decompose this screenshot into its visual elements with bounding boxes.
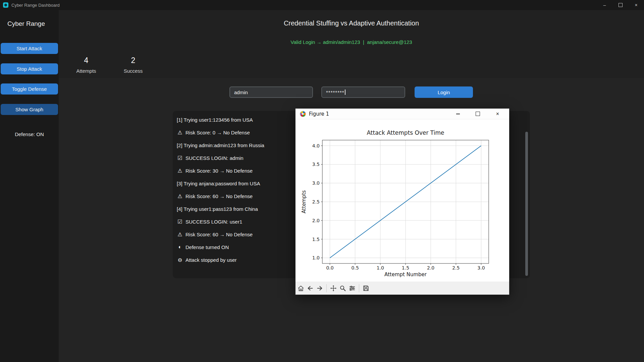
- figure-title: Figure 1: [309, 111, 329, 117]
- show-graph-button[interactable]: Show Graph: [1, 104, 58, 115]
- log-entry-text: Risk Score: 0 → No Defense: [185, 130, 250, 135]
- svg-text:0.5: 0.5: [352, 265, 359, 270]
- window-maximize-button[interactable]: [612, 0, 628, 10]
- username-value: admin: [234, 89, 248, 95]
- log-entry-text: Defense turned ON: [185, 244, 229, 250]
- log-entry-text: [3] Trying anjana:password from USA: [177, 181, 260, 186]
- svg-text:1.0: 1.0: [377, 265, 384, 270]
- sidebar: Cyber Range Start AttackStop AttackToggl…: [0, 10, 59, 362]
- toolbar-configure-button[interactable]: [348, 284, 357, 293]
- svg-text:2.5: 2.5: [312, 199, 320, 204]
- toolbar-pan-button[interactable]: [329, 284, 338, 293]
- username-input[interactable]: admin: [229, 86, 313, 98]
- minimize-icon: –: [603, 2, 606, 8]
- figure-window-controls: ×: [448, 109, 507, 119]
- stat-attempts: 4Attempts: [66, 56, 106, 74]
- page-title: Credential Stuffing vs Adaptive Authenti…: [59, 19, 644, 27]
- figure-minimize-button[interactable]: [448, 109, 468, 119]
- window-close-button[interactable]: ×: [628, 0, 644, 10]
- log-entry-text: Attack stopped by user: [185, 257, 237, 263]
- attack-attempts-chart: 0.00.51.01.52.02.53.01.01.52.02.53.03.54…: [296, 119, 509, 282]
- warning-icon: ⚠: [177, 193, 183, 199]
- text-caret: [345, 89, 345, 95]
- toolbar-forward-button[interactable]: [315, 284, 324, 293]
- figure-canvas: 0.00.51.01.52.02.53.01.01.52.02.53.03.54…: [296, 119, 509, 282]
- pan-icon: [330, 285, 337, 292]
- success-check-icon: ☑: [177, 219, 183, 225]
- figure-maximize-icon: [476, 112, 480, 116]
- success-check-icon: ☑: [177, 155, 183, 161]
- stop-icon: ⊖: [177, 257, 183, 263]
- svg-text:0.0: 0.0: [326, 265, 333, 270]
- app-icon: [3, 2, 8, 8]
- matplotlib-icon: [300, 111, 306, 117]
- svg-text:3.5: 3.5: [312, 162, 320, 167]
- window-minimize-button[interactable]: –: [597, 0, 612, 10]
- log-entry-text: Risk Score: 30 → No Defense: [185, 168, 253, 174]
- close-icon: ×: [635, 2, 637, 8]
- figure-close-icon: ×: [496, 111, 499, 117]
- log-entry-text: SUCCESS LOGIN: admin: [185, 155, 244, 161]
- warning-icon: ⚠: [177, 168, 183, 174]
- log-scrollbar-thumb[interactable]: [525, 132, 528, 276]
- svg-text:3.0: 3.0: [312, 180, 320, 186]
- svg-text:2.0: 2.0: [312, 218, 320, 223]
- log-entry-text: [2] Trying admin:admin123 from Russia: [177, 142, 264, 148]
- figure-maximize-button[interactable]: [468, 109, 488, 119]
- log-entry-text: [1] Trying user1:123456 from USA: [177, 117, 253, 123]
- password-input[interactable]: ********: [321, 86, 405, 98]
- back-arrow-icon: [307, 285, 314, 292]
- stats-row: 4Attempts2Success: [66, 56, 153, 74]
- home-icon: [297, 285, 305, 292]
- svg-text:2.0: 2.0: [427, 265, 434, 270]
- svg-text:Attempt Number: Attempt Number: [384, 272, 427, 278]
- toggle-defense-button[interactable]: Toggle Defense: [1, 83, 58, 95]
- figure-minimize-icon: [456, 114, 460, 114]
- save-icon: [362, 285, 370, 292]
- stat-label: Success: [113, 68, 153, 74]
- configure-subplots-icon: [348, 285, 356, 292]
- toolbar-back-button[interactable]: [306, 284, 315, 293]
- stat-label: Attempts: [66, 68, 106, 74]
- defense-status-label: Defense: ON: [0, 131, 59, 137]
- maximize-icon: [619, 3, 623, 7]
- log-entry-text: SUCCESS LOGIN: user1: [185, 219, 242, 225]
- log-entry-text: Risk Score: 60 → No Defense: [185, 232, 253, 237]
- log-entry-text: [4] Trying user1:pass123 from China: [177, 206, 258, 212]
- defense-toggle-icon: ◐: [177, 244, 183, 250]
- titlebar: Cyber Range Dashboard – ×: [0, 0, 644, 10]
- svg-text:4.0: 4.0: [312, 143, 320, 148]
- sidebar-title: Cyber Range: [7, 20, 59, 27]
- toolbar-zoom-button[interactable]: [338, 284, 347, 293]
- password-value: ********: [326, 89, 344, 95]
- toolbar-save-button[interactable]: [362, 284, 370, 293]
- svg-text:1.5: 1.5: [312, 237, 320, 242]
- valid-login-info: Valid Login → admin/admin123 | anjana/se…: [59, 39, 644, 45]
- warning-icon: ⚠: [177, 231, 183, 238]
- log-entry-text: Risk Score: 60 → No Defense: [185, 193, 253, 199]
- forward-arrow-icon: [316, 285, 323, 292]
- stop-attack-button[interactable]: Stop Attack: [1, 63, 58, 74]
- start-attack-button[interactable]: Start Attack: [1, 43, 58, 54]
- svg-text:1.0: 1.0: [312, 255, 320, 260]
- svg-text:2.5: 2.5: [452, 265, 460, 270]
- svg-text:1.5: 1.5: [402, 265, 409, 270]
- svg-text:3.0: 3.0: [477, 265, 485, 270]
- figure-titlebar[interactable]: Figure 1 ×: [296, 109, 509, 119]
- app-title: Cyber Range Dashboard: [11, 3, 60, 8]
- stat-success: 2Success: [113, 56, 153, 74]
- stat-value: 4: [66, 56, 106, 65]
- zoom-icon: [339, 285, 346, 292]
- figure-toolbar: [296, 282, 509, 295]
- svg-text:Attempts: Attempts: [301, 190, 307, 213]
- figure-window: Figure 1 × 0.00.51.01.52.02.53.01.01.52.…: [296, 109, 509, 295]
- toolbar-separator: [359, 284, 359, 292]
- toolbar-home-button[interactable]: [297, 284, 305, 293]
- figure-close-button[interactable]: ×: [488, 109, 507, 119]
- login-button[interactable]: Login: [415, 86, 473, 98]
- warning-icon: ⚠: [177, 129, 183, 136]
- toolbar-separator: [326, 284, 327, 292]
- window-controls: – ×: [597, 0, 644, 10]
- svg-text:Attack Attempts Over Time: Attack Attempts Over Time: [367, 129, 444, 136]
- stat-value: 2: [113, 56, 153, 65]
